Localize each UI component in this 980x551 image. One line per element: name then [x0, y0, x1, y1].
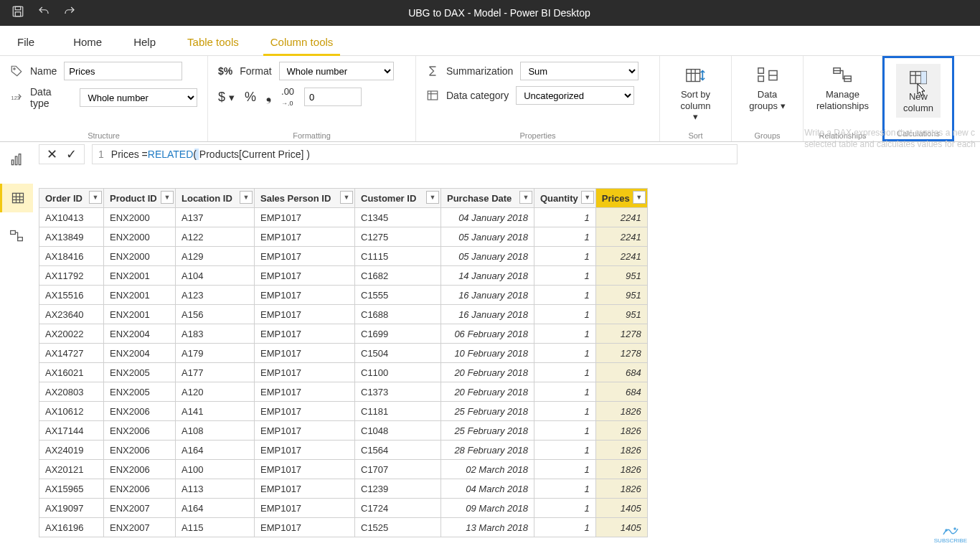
table-cell[interactable]: ENX2004: [104, 344, 176, 363]
table-cell[interactable]: AX20022: [39, 324, 104, 344]
new-column-button[interactable]: Newcolumn: [896, 64, 941, 118]
table-cell[interactable]: ENX2001: [104, 286, 176, 305]
table-cell[interactable]: A156: [176, 305, 255, 324]
table-cell[interactable]: 2241: [595, 227, 647, 247]
table-cell[interactable]: AX17144: [39, 421, 104, 441]
table-cell[interactable]: C1555: [355, 286, 441, 305]
table-cell[interactable]: 1826: [595, 402, 647, 421]
table-cell[interactable]: C1181: [355, 402, 441, 421]
table-cell[interactable]: EMP1017: [255, 324, 355, 344]
table-cell[interactable]: EMP1017: [255, 441, 355, 460]
table-cell[interactable]: 16 January 2018: [441, 286, 534, 305]
table-cell[interactable]: A183: [176, 324, 255, 344]
table-cell[interactable]: C1345: [355, 208, 441, 227]
table-cell[interactable]: 1826: [595, 460, 647, 479]
table-cell[interactable]: 1: [534, 382, 596, 402]
table-cell[interactable]: 14 January 2018: [441, 266, 534, 286]
table-cell[interactable]: C1115: [355, 247, 441, 266]
table-cell[interactable]: EMP1017: [255, 382, 355, 402]
table-cell[interactable]: ENX2007: [104, 499, 176, 518]
percent-icon[interactable]: %: [245, 90, 256, 105]
table-cell[interactable]: 09 March 2018: [441, 499, 534, 518]
table-cell[interactable]: AX10413: [39, 208, 104, 227]
table-row[interactable]: AX13849ENX2000A122EMP1017C127505 January…: [39, 227, 648, 247]
table-cell[interactable]: 1: [534, 499, 596, 518]
data-groups-button[interactable]: Datagroups ▾: [742, 62, 792, 116]
table-cell[interactable]: AX20803: [39, 382, 104, 402]
table-row[interactable]: AX15516ENX2001A123EMP1017C155516 January…: [39, 286, 648, 305]
comma-icon[interactable]: ❟: [266, 90, 271, 105]
table-cell[interactable]: 05 January 2018: [441, 227, 534, 247]
table-cell[interactable]: 04 January 2018: [441, 208, 534, 227]
table-cell[interactable]: ENX2006: [104, 479, 176, 499]
table-cell[interactable]: ENX2005: [104, 382, 176, 402]
table-cell[interactable]: 20 February 2018: [441, 363, 534, 382]
table-cell[interactable]: 1826: [595, 479, 647, 499]
table-row[interactable]: AX18416ENX2000A129EMP1017C111505 January…: [39, 247, 648, 266]
table-cell[interactable]: 1: [534, 305, 596, 324]
table-cell[interactable]: A164: [176, 499, 255, 518]
table-cell[interactable]: A100: [176, 460, 255, 479]
table-cell[interactable]: C1682: [355, 266, 441, 286]
table-cell[interactable]: AX13849: [39, 227, 104, 247]
table-cell[interactable]: EMP1017: [255, 305, 355, 324]
table-cell[interactable]: 04 March 2018: [441, 479, 534, 499]
table-cell[interactable]: A123: [176, 286, 255, 305]
tab-help[interactable]: Help: [118, 29, 171, 55]
table-cell[interactable]: 1: [534, 324, 596, 344]
table-cell[interactable]: ENX2005: [104, 363, 176, 382]
table-cell[interactable]: 1: [534, 441, 596, 460]
table-cell[interactable]: 1: [534, 402, 596, 421]
table-cell[interactable]: 25 February 2018: [441, 402, 534, 421]
table-row[interactable]: AX11792ENX2001A104EMP1017C168214 January…: [39, 266, 648, 286]
table-cell[interactable]: ENX2006: [104, 441, 176, 460]
data-table[interactable]: Order ID▼Product ID▼Location ID▼Sales Pe…: [39, 188, 648, 537]
table-row[interactable]: AX16196ENX2007A115EMP1017C152513 March 2…: [39, 518, 648, 537]
table-cell[interactable]: 06 February 2018: [441, 324, 534, 344]
table-cell[interactable]: 20 February 2018: [441, 382, 534, 402]
nav-model-icon[interactable]: [7, 227, 26, 245]
table-cell[interactable]: 1: [534, 518, 596, 537]
table-cell[interactable]: A104: [176, 266, 255, 286]
table-cell[interactable]: EMP1017: [255, 363, 355, 382]
table-cell[interactable]: AX15965: [39, 479, 104, 499]
table-cell[interactable]: 1405: [595, 518, 647, 537]
filter-dropdown-icon[interactable]: ▼: [581, 191, 594, 204]
table-cell[interactable]: EMP1017: [255, 286, 355, 305]
table-row[interactable]: AX20803ENX2005A120EMP1017C137320 Februar…: [39, 382, 648, 402]
table-row[interactable]: AX17144ENX2006A108EMP1017C104825 Februar…: [39, 421, 648, 441]
filter-dropdown-icon[interactable]: ▼: [426, 191, 439, 204]
table-cell[interactable]: 1: [534, 286, 596, 305]
formula-commit-icon[interactable]: ✓: [66, 148, 77, 161]
table-cell[interactable]: 1405: [595, 499, 647, 518]
table-cell[interactable]: 28 February 2018: [441, 441, 534, 460]
table-cell[interactable]: A137: [176, 208, 255, 227]
table-cell[interactable]: EMP1017: [255, 421, 355, 441]
nav-report-icon[interactable]: [7, 151, 26, 169]
table-row[interactable]: AX24019ENX2006A164EMP1017C156428 Februar…: [39, 441, 648, 460]
table-cell[interactable]: EMP1017: [255, 266, 355, 286]
column-header[interactable]: Quantity▼: [534, 189, 596, 208]
table-cell[interactable]: AX24019: [39, 441, 104, 460]
format-select[interactable]: Whole number: [279, 62, 394, 80]
table-cell[interactable]: AX10612: [39, 402, 104, 421]
table-row[interactable]: AX20121ENX2006A100EMP1017C170702 March 2…: [39, 460, 648, 479]
table-cell[interactable]: EMP1017: [255, 479, 355, 499]
table-cell[interactable]: C1275: [355, 227, 441, 247]
table-cell[interactable]: AX18416: [39, 247, 104, 266]
table-cell[interactable]: 13 March 2018: [441, 518, 534, 537]
table-cell[interactable]: A129: [176, 247, 255, 266]
table-row[interactable]: AX15965ENX2006A113EMP1017C123904 March 2…: [39, 479, 648, 499]
table-cell[interactable]: ENX2006: [104, 460, 176, 479]
table-cell[interactable]: 10 February 2018: [441, 344, 534, 363]
decimal-icon[interactable]: .00→.0: [281, 86, 294, 108]
save-icon[interactable]: [11, 5, 24, 21]
filter-dropdown-icon[interactable]: ▼: [633, 191, 646, 204]
table-cell[interactable]: ENX2001: [104, 305, 176, 324]
table-cell[interactable]: ENX2006: [104, 421, 176, 441]
table-cell[interactable]: AX20121: [39, 460, 104, 479]
table-cell[interactable]: A115: [176, 518, 255, 537]
table-cell[interactable]: C1724: [355, 499, 441, 518]
table-cell[interactable]: ENX2000: [104, 227, 176, 247]
tab-file[interactable]: File: [0, 29, 57, 55]
